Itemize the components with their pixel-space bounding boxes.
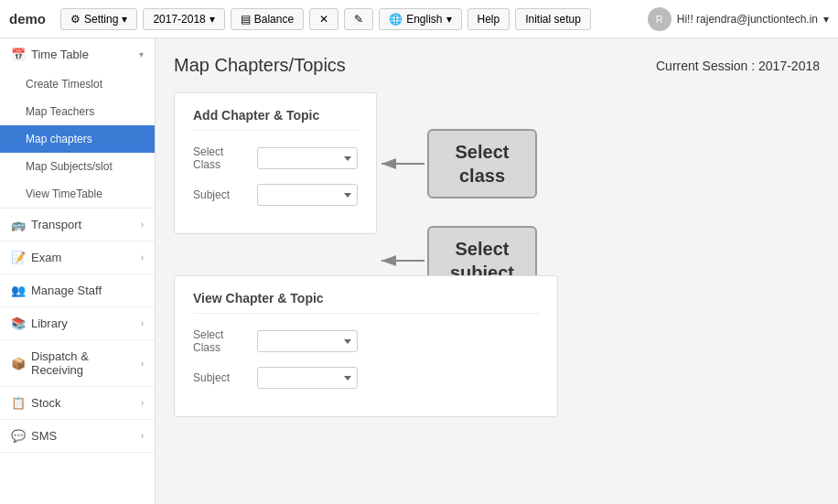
select-subject-row: Subject bbox=[193, 184, 358, 206]
setting-button[interactable]: ⚙ Setting ▾ bbox=[60, 8, 137, 30]
add-chapter-card: Add Chapter & Topic SelectClass Subject bbox=[174, 92, 377, 234]
sidebar-section-transport: 🚌 Transport › bbox=[0, 209, 155, 241]
view-subject-row: Subject bbox=[193, 367, 539, 389]
sidebar-section-manage-staff: 👥 Manage Staff bbox=[0, 274, 155, 307]
bus-icon: 🚌 bbox=[11, 218, 26, 231]
add-card-title: Add Chapter & Topic bbox=[193, 108, 358, 131]
sidebar-timetable-items: Create Timeslot Map Teachers Map chapter… bbox=[0, 70, 155, 208]
sidebar-section-label: Stock bbox=[31, 396, 135, 410]
chevron-down-icon: ▾ bbox=[210, 13, 215, 26]
chevron-down-icon: ▾ bbox=[122, 13, 127, 26]
sidebar-item-map-chapters[interactable]: Map chapters bbox=[0, 125, 155, 153]
help-button[interactable]: Help bbox=[467, 8, 510, 30]
brand-logo: demo bbox=[9, 11, 46, 27]
sidebar-section-label: Library bbox=[31, 316, 135, 330]
sidebar-section-label: Manage Staff bbox=[31, 284, 144, 297]
chevron-down-icon: ▾ bbox=[823, 13, 829, 26]
chevron-right-icon: › bbox=[141, 359, 144, 369]
select-class-callout-box: Selectclass bbox=[427, 129, 537, 198]
sidebar-transport-header[interactable]: 🚌 Transport › bbox=[0, 209, 155, 241]
sidebar-section-library: 📚 Library › bbox=[0, 307, 155, 340]
view-select-class-row: SelectClass bbox=[193, 328, 539, 354]
sidebar-section-exam: 📝 Exam › bbox=[0, 241, 155, 274]
arrow-left-class bbox=[377, 151, 427, 177]
navbar-right: R Hi!! rajendra@junctiontech.in ▾ bbox=[648, 7, 829, 31]
chevron-down-icon: ▾ bbox=[446, 13, 452, 26]
view-subject-dropdown[interactable] bbox=[257, 367, 358, 389]
chevron-right-icon: › bbox=[141, 220, 144, 230]
sidebar-section-label: Dispatch & Receiving bbox=[31, 349, 135, 377]
view-chapter-card: View Chapter & Topic SelectClass Subject bbox=[174, 275, 558, 417]
sidebar-exam-header[interactable]: 📝 Exam › bbox=[0, 241, 155, 273]
sidebar-section-label: Transport bbox=[31, 218, 135, 231]
sms-icon: 💬 bbox=[11, 429, 26, 443]
select-class-dropdown[interactable] bbox=[257, 147, 358, 169]
session-button[interactable]: 2017-2018 ▾ bbox=[143, 8, 224, 30]
select-class-label: SelectClass bbox=[193, 145, 248, 171]
view-select-class-label: SelectClass bbox=[193, 328, 248, 354]
sidebar-section-dispatch: 📦 Dispatch & Receiving › bbox=[0, 340, 155, 387]
sidebar-section-sms: 💬 SMS › bbox=[0, 420, 155, 453]
english-button[interactable]: 🌐 English ▾ bbox=[379, 8, 461, 30]
sidebar-dispatch-header[interactable]: 📦 Dispatch & Receiving › bbox=[0, 340, 155, 386]
x-button[interactable]: ✕ bbox=[309, 8, 338, 30]
sidebar: 📅 Time Table ▾ Create Timeslot Map Teach… bbox=[0, 38, 156, 504]
stock-icon: 📋 bbox=[11, 396, 26, 410]
chevron-down-icon: ▾ bbox=[139, 49, 144, 59]
exam-icon: 📝 bbox=[11, 251, 26, 264]
sidebar-section-label: SMS bbox=[31, 429, 135, 443]
page-header: Map Chapters/Topics Current Session : 20… bbox=[174, 55, 820, 76]
sidebar-item-view-timetable[interactable]: View TimeTable bbox=[0, 180, 155, 208]
view-subject-label: Subject bbox=[193, 371, 248, 384]
balance-button[interactable]: ▤ Balance bbox=[231, 8, 304, 30]
sidebar-library-header[interactable]: 📚 Library › bbox=[0, 307, 155, 339]
view-card-title: View Chapter & Topic bbox=[193, 291, 539, 314]
select-class-row: SelectClass bbox=[193, 145, 358, 171]
sidebar-timetable-header[interactable]: 📅 Time Table ▾ bbox=[0, 38, 155, 70]
subject-label: Subject bbox=[193, 188, 248, 201]
user-info: R Hi!! rajendra@junctiontech.in ▾ bbox=[648, 7, 829, 31]
user-email: Hi!! rajendra@junctiontech.in bbox=[677, 13, 818, 26]
select-class-callout: Selectclass bbox=[377, 129, 537, 198]
session-info: Current Session : 2017-2018 bbox=[656, 59, 820, 73]
app-layout: 📅 Time Table ▾ Create Timeslot Map Teach… bbox=[0, 38, 838, 504]
chevron-right-icon: › bbox=[141, 252, 144, 263]
calendar-icon: 📅 bbox=[11, 48, 26, 61]
arrow-left-subject bbox=[377, 248, 427, 273]
initial-setup-button[interactable]: Initial setup bbox=[515, 8, 591, 30]
sidebar-item-map-subjects[interactable]: Map Subjects/slot bbox=[0, 153, 155, 180]
avatar: R bbox=[648, 7, 671, 31]
chevron-right-icon: › bbox=[141, 431, 144, 441]
pen-button[interactable]: ✎ bbox=[344, 8, 373, 30]
sidebar-item-create-timeslot[interactable]: Create Timeslot bbox=[0, 70, 155, 98]
setting-icon: ⚙ bbox=[70, 13, 81, 26]
page-title: Map Chapters/Topics bbox=[174, 55, 346, 76]
globe-icon: 🌐 bbox=[389, 13, 403, 26]
sidebar-sms-header[interactable]: 💬 SMS › bbox=[0, 420, 155, 452]
select-subject-dropdown[interactable] bbox=[257, 184, 358, 206]
view-select-class-dropdown[interactable] bbox=[257, 330, 358, 352]
chevron-right-icon: › bbox=[141, 398, 144, 408]
sidebar-stock-header[interactable]: 📋 Stock › bbox=[0, 387, 155, 419]
balance-icon: ▤ bbox=[241, 13, 251, 26]
sidebar-manage-staff-header[interactable]: 👥 Manage Staff bbox=[0, 274, 155, 306]
sidebar-section-stock: 📋 Stock › bbox=[0, 387, 155, 420]
sidebar-item-map-teachers[interactable]: Map Teachers bbox=[0, 98, 155, 125]
main-content: Map Chapters/Topics Current Session : 20… bbox=[156, 38, 838, 504]
chevron-right-icon: › bbox=[141, 318, 144, 328]
sidebar-section-label: Exam bbox=[31, 251, 135, 264]
sidebar-section-label: Time Table bbox=[31, 48, 134, 61]
library-icon: 📚 bbox=[11, 316, 26, 330]
navbar: demo ⚙ Setting ▾ 2017-2018 ▾ ▤ Balance ✕… bbox=[0, 0, 838, 38]
sidebar-section-timetable: 📅 Time Table ▾ Create Timeslot Map Teach… bbox=[0, 38, 155, 209]
dispatch-icon: 📦 bbox=[11, 357, 26, 370]
staff-icon: 👥 bbox=[11, 284, 26, 297]
